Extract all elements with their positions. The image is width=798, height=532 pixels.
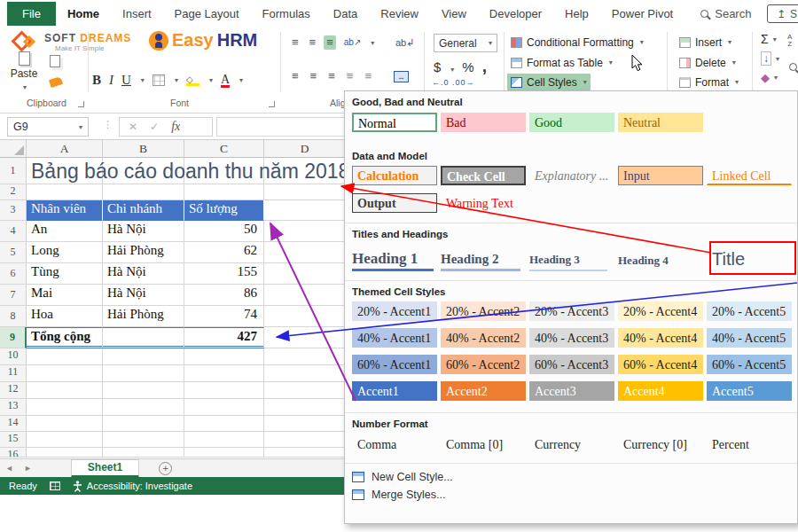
comma-style-icon[interactable]: , — [482, 57, 487, 76]
cell-d16[interactable] — [264, 448, 346, 458]
cell-style-60-accent5[interactable]: 60% - Accent5 — [707, 355, 792, 374]
borders-caret-icon[interactable]: ▾ — [175, 76, 178, 84]
add-sheet-icon[interactable]: + — [159, 462, 172, 475]
cell-b9[interactable] — [103, 327, 184, 348]
cell-style-percent[interactable]: Percent — [707, 434, 792, 454]
row-header-1[interactable]: 1 — [0, 158, 27, 184]
tab-help[interactable]: Help — [553, 7, 600, 20]
cell-style-20-accent5[interactable]: 20% - Accent5 — [707, 301, 792, 321]
cell-style-calculation[interactable]: Calculation — [352, 166, 437, 185]
cell-d13[interactable] — [264, 399, 346, 416]
cell-style-title[interactable]: Title — [707, 249, 792, 271]
cell-style-heading2[interactable]: Heading 2 — [441, 252, 520, 271]
cell-b3-table-header[interactable]: Chi nhánh — [103, 200, 184, 221]
cell-c16[interactable] — [184, 448, 264, 458]
cell-c6[interactable]: 155 — [184, 263, 264, 285]
borders-icon[interactable] — [153, 74, 165, 86]
orientation-caret-icon[interactable]: ▾ — [371, 39, 374, 47]
sheet-tab-sheet1[interactable]: Sheet1 — [71, 459, 139, 478]
conditional-formatting-button[interactable]: Conditional Formatting ▾ — [507, 34, 647, 51]
cell-a3-table-header[interactable]: Nhân viên — [27, 200, 103, 221]
cell-style-warning-text[interactable]: Warning Text — [441, 193, 526, 213]
cell-c7[interactable]: 86 — [184, 285, 264, 306]
cell-b16[interactable] — [103, 448, 184, 458]
delete-cells-button[interactable]: Delete ▾ — [676, 54, 739, 71]
orientation-icon[interactable]: ab↗ — [341, 35, 364, 50]
format-as-table-button[interactable]: Format as Table ▾ — [507, 54, 616, 71]
autosum-icon[interactable]: Σ — [761, 32, 769, 46]
cell-style-accent3[interactable]: Accent3 — [529, 381, 614, 401]
cell-c5[interactable]: 62 — [184, 242, 264, 263]
insert-cells-button[interactable]: Insert ▾ — [676, 34, 735, 51]
row-header-4[interactable]: 4 — [0, 221, 27, 242]
row-header-11[interactable]: 11 — [0, 365, 27, 382]
cell-style-40-accent4[interactable]: 40% - Accent4 — [618, 328, 703, 348]
decrease-indent-icon[interactable]: ≡ — [344, 69, 356, 83]
cell-style-neutral[interactable]: Neutral — [618, 113, 703, 132]
cell-d14[interactable] — [264, 416, 346, 432]
name-box[interactable]: G9 ▾ — [7, 117, 89, 137]
cell-style-input[interactable]: Input — [618, 166, 703, 185]
cell-d3[interactable] — [264, 200, 346, 221]
tab-home[interactable]: Home — [56, 7, 111, 20]
share-button[interactable]: ↥ S — [767, 4, 798, 23]
cell-c14[interactable] — [184, 416, 264, 432]
cell-b13[interactable] — [103, 399, 184, 416]
align-right-icon[interactable]: ≡ — [325, 69, 338, 83]
cell-b11[interactable] — [103, 365, 184, 382]
font-color-caret-icon[interactable]: ▾ — [239, 76, 243, 84]
cell-style-60-accent1[interactable]: 60% - Accent1 — [352, 355, 437, 374]
clear-caret-icon[interactable]: ▾ — [774, 74, 778, 82]
row-header-6[interactable]: 6 — [0, 263, 27, 285]
cell-d4[interactable] — [264, 221, 346, 242]
cell-style-comma[interactable]: Comma — [352, 434, 437, 454]
cell-styles-button[interactable]: Cell Styles ▾ — [507, 74, 591, 90]
accessibility-button[interactable]: Accessibility: Investigate — [73, 481, 192, 492]
cell-d12[interactable] — [264, 382, 346, 399]
cell-style-heading4[interactable]: Heading 4 — [618, 254, 703, 271]
number-format-select[interactable]: General ▾ — [434, 34, 497, 52]
cell-style-60-accent2[interactable]: 60% - Accent2 — [441, 355, 526, 374]
cell-d15[interactable] — [264, 432, 346, 448]
align-middle-icon[interactable]: ≡ — [307, 35, 319, 50]
cell-style-comma0[interactable]: Comma [0] — [441, 434, 526, 454]
clipboard-dialog-launcher[interactable] — [78, 101, 84, 107]
cell-a7[interactable]: Mai — [27, 285, 103, 306]
format-painter-icon[interactable] — [49, 76, 63, 88]
cell-a12[interactable] — [27, 382, 103, 399]
new-cell-style-item[interactable]: New Cell Style... — [352, 471, 797, 483]
find-select-icon[interactable] — [789, 59, 797, 74]
cell-a4[interactable]: An — [27, 221, 103, 242]
search-box[interactable]: Search — [700, 7, 751, 20]
row-header-2[interactable]: 2 — [0, 184, 27, 200]
cell-c12[interactable] — [184, 382, 264, 399]
align-top-icon[interactable]: ≡ — [289, 35, 301, 50]
merge-styles-item[interactable]: Merge Styles... — [352, 489, 797, 501]
tab-insert[interactable]: Insert — [111, 7, 163, 20]
cell-c11[interactable] — [184, 365, 264, 382]
cell-d2[interactable] — [264, 184, 346, 200]
row-header-14[interactable]: 14 — [0, 416, 27, 432]
cell-style-linked-cell[interactable]: Linked Cell — [707, 166, 792, 185]
cell-style-40-accent5[interactable]: 40% - Accent5 — [707, 328, 792, 348]
tab-formulas[interactable]: Formulas — [251, 7, 322, 20]
cell-style-accent2[interactable]: Accent2 — [441, 381, 526, 401]
cell-style-20-accent1[interactable]: 20% - Accent1 — [352, 301, 437, 321]
column-header-c[interactable]: C — [184, 140, 264, 158]
cell-style-20-accent3[interactable]: 20% - Accent3 — [529, 301, 614, 321]
row-header-12[interactable]: 12 — [0, 382, 27, 399]
tab-review[interactable]: Review — [369, 7, 430, 20]
cell-a6[interactable]: Tùng — [27, 263, 103, 285]
tab-view[interactable]: View — [430, 7, 478, 20]
cell-d7[interactable] — [264, 285, 346, 306]
column-header-a[interactable]: A — [27, 140, 103, 158]
row-header-9[interactable]: 9 — [0, 327, 27, 348]
cell-d10[interactable] — [264, 348, 346, 365]
row-header-5[interactable]: 5 — [0, 242, 27, 263]
tab-file[interactable]: File — [7, 2, 56, 26]
cell-c9-total-value[interactable]: 427 — [184, 327, 264, 348]
paste-button[interactable]: Paste ▾ — [7, 51, 41, 92]
row-header-3[interactable]: 3 — [0, 200, 27, 221]
font-dialog-launcher[interactable] — [269, 101, 275, 107]
cell-style-60-accent3[interactable]: 60% - Accent3 — [529, 355, 614, 374]
